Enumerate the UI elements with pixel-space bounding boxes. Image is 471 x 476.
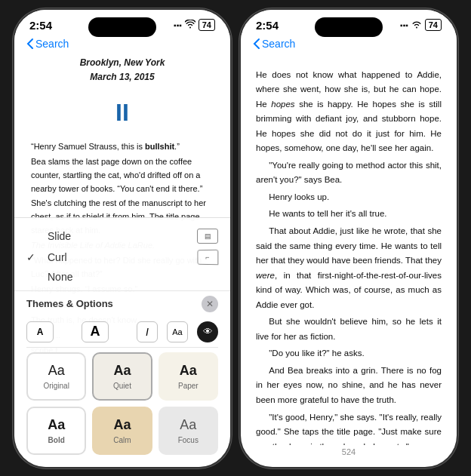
- status-icons-left: ▪▪▪ 74: [174, 19, 215, 31]
- nav-bar-left[interactable]: Search: [14, 35, 230, 56]
- read-para-2: "You're really going to method actor thi…: [256, 158, 442, 188]
- right-phone: 2:54 ▪▪▪ 74 Search: [239, 8, 458, 468]
- back-button-left[interactable]: Search: [26, 38, 69, 50]
- dynamic-island-right: [315, 17, 383, 37]
- battery-icon-right: 74: [425, 19, 442, 31]
- bottom-panel: ✓ Slide ▤ ✓ Curl ⌐ ✓ None: [14, 217, 230, 467]
- font-controls: A A I Aa 👁: [26, 317, 218, 348]
- theme-paper[interactable]: Aa Paper: [159, 352, 218, 401]
- themes-title: Themes & Options: [26, 298, 113, 309]
- reading-content: He does not know what happened to Addie,…: [241, 56, 457, 445]
- wifi-icon-right: [411, 20, 422, 30]
- read-para-5: That about Addie, just like he wrote, th…: [256, 224, 442, 312]
- themes-section: Themes & Options ✕ A A I Aa 👁 Aa: [14, 291, 230, 467]
- theme-quiet-label: Quiet: [113, 382, 131, 390]
- nav-bar-right[interactable]: Search: [241, 35, 457, 56]
- theme-paper-aa: Aa: [180, 363, 197, 379]
- read-para-4: He wants to tell her it's all true.: [256, 207, 442, 222]
- theme-calm[interactable]: Aa Calm: [92, 407, 152, 455]
- read-para-7: "Do you like it?" he asks.: [256, 346, 442, 361]
- theme-focus[interactable]: Aa Focus: [159, 407, 218, 455]
- page-number: 524: [241, 447, 457, 456]
- checkmark-curl: ✓: [26, 251, 42, 263]
- signal-icon-right: ▪▪▪: [400, 21, 408, 29]
- book-date: March 13, 2015: [31, 70, 214, 84]
- curl-icon: ⌐: [197, 249, 218, 265]
- theme-focus-aa: Aa: [180, 417, 196, 433]
- theme-original-label: Original: [43, 382, 69, 390]
- read-para-6: But she wouldn't believe him, so he lets…: [256, 315, 442, 344]
- scroll-option-none[interactable]: ✓ None: [26, 268, 218, 286]
- time-right: 2:54: [256, 19, 279, 32]
- book-location: Brooklyn, New York: [31, 56, 214, 70]
- signal-icon: ▪▪▪: [174, 21, 182, 29]
- chapter-numeral: II: [31, 94, 214, 132]
- battery-icon: 74: [199, 19, 215, 31]
- theme-paper-label: Paper: [178, 382, 199, 390]
- themes-header: Themes & Options ✕: [26, 296, 218, 312]
- book-header: Brooklyn, New York March 13, 2015: [31, 56, 214, 84]
- theme-original-aa: Aa: [48, 363, 65, 379]
- eye-button[interactable]: 👁: [197, 321, 218, 342]
- close-button[interactable]: ✕: [202, 296, 218, 312]
- read-para-1: He does not know what happened to Addie,…: [256, 68, 442, 156]
- theme-grid: Aa Original Aa Quiet Aa Paper Aa Bold: [26, 348, 218, 464]
- scroll-options: ✓ Slide ▤ ✓ Curl ⌐ ✓ None: [14, 218, 230, 291]
- scroll-option-curl[interactable]: ✓ Curl ⌐: [26, 247, 218, 268]
- wifi-icon: [185, 20, 195, 30]
- scroll-option-slide[interactable]: ✓ Slide ▤: [26, 226, 218, 247]
- slide-label: Slide: [48, 230, 71, 242]
- curl-label: Curl: [48, 251, 67, 263]
- slide-icon: ▤: [197, 229, 218, 244]
- font-style-button[interactable]: I: [137, 321, 158, 342]
- none-label: None: [48, 271, 72, 283]
- font-decrease-button[interactable]: A: [26, 321, 54, 342]
- theme-quiet[interactable]: Aa Quiet: [92, 352, 152, 401]
- theme-calm-label: Calm: [113, 436, 131, 444]
- time-left: 2:54: [29, 19, 52, 32]
- theme-bold-aa: Aa: [48, 417, 65, 433]
- theme-focus-label: Focus: [178, 436, 199, 444]
- read-para-8: And Bea breaks into a grin. There is no …: [256, 364, 442, 408]
- status-icons-right: ▪▪▪ 74: [400, 19, 442, 31]
- dynamic-island-left: [88, 17, 156, 37]
- font-extra-controls: I Aa 👁: [137, 321, 218, 342]
- theme-calm-aa: Aa: [113, 417, 131, 433]
- theme-quiet-aa: Aa: [113, 363, 131, 379]
- theme-bold[interactable]: Aa Bold: [26, 407, 86, 455]
- theme-original[interactable]: Aa Original: [26, 352, 86, 401]
- theme-bold-label: Bold: [48, 436, 65, 444]
- font-alt-button[interactable]: Aa: [167, 321, 188, 342]
- book-para-1: “Henry Samuel Strauss, this is bullshit.…: [31, 140, 214, 153]
- phones-container: 2:54 ▪▪▪ 74 Search: [13, 8, 458, 468]
- left-phone: 2:54 ▪▪▪ 74 Search: [13, 8, 232, 468]
- back-button-right[interactable]: Search: [253, 38, 295, 50]
- read-para-3: Henry looks up.: [256, 190, 442, 205]
- font-increase-button[interactable]: A: [82, 321, 109, 342]
- read-para-9: "It's good, Henry," she says. "It's real…: [256, 410, 442, 445]
